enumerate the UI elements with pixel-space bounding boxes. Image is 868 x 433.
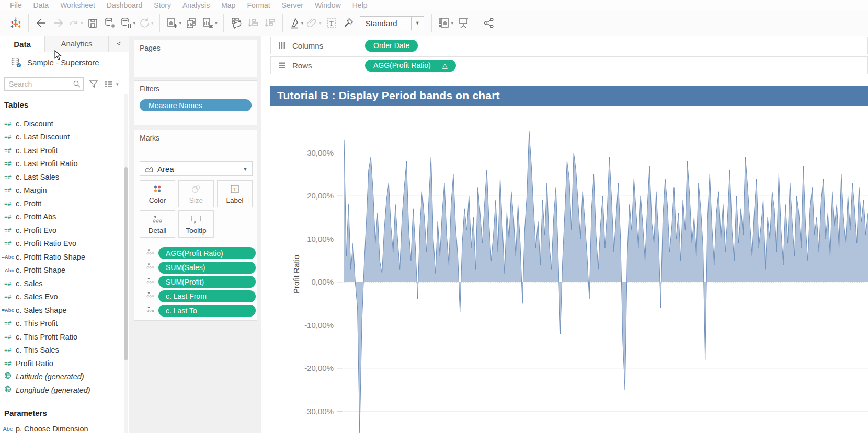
- parameter-item[interactable]: Abcp. Choose Dimension: [0, 422, 123, 433]
- rows-shelf[interactable]: Rows AGG(Profit Ratio)△: [270, 56, 868, 74]
- tooltip-button[interactable]: Tooltip: [178, 210, 214, 238]
- forward-button[interactable]: [51, 14, 65, 32]
- profit-ratio-area-chart[interactable]: 30,00%20,00%10,00%0,00%-10,00%-20,00%-30…: [267, 106, 868, 433]
- attach-caret-icon[interactable]: ▾: [319, 20, 322, 26]
- field-item[interactable]: =#c. Last Profit Ratio: [0, 157, 123, 171]
- field-item[interactable]: Latitude (generated): [0, 370, 123, 384]
- back-button[interactable]: [35, 14, 48, 32]
- view-options-caret-icon[interactable]: ▾: [116, 81, 119, 87]
- marks-pill[interactable]: AGG(Profit Ratio): [158, 247, 256, 259]
- marks-pill[interactable]: c. Last To: [158, 305, 256, 317]
- menu-item-data[interactable]: Data: [28, 1, 55, 9]
- field-item[interactable]: =#Profit Ratio: [0, 357, 123, 370]
- redo-caret-icon[interactable]: ▾: [81, 20, 83, 26]
- field-item[interactable]: =Abcc. Profit Ratio Shape: [0, 250, 123, 264]
- pill-detail-icon[interactable]: [146, 277, 155, 287]
- clear-sheet-button[interactable]: ▾: [201, 14, 218, 32]
- field-item[interactable]: =#c. Last Sales: [0, 170, 123, 184]
- pause-auto-updates-button[interactable]: ▾: [120, 14, 136, 32]
- field-item[interactable]: =#c. This Profit Ratio: [0, 330, 123, 344]
- tab-data[interactable]: Data: [0, 36, 45, 52]
- highlight-caret-icon[interactable]: ▾: [301, 20, 304, 26]
- field-item[interactable]: Longitude (generated): [0, 383, 123, 397]
- new-worksheet-caret-icon[interactable]: ▾: [179, 20, 182, 26]
- share-button[interactable]: [482, 14, 496, 32]
- field-item[interactable]: =#c. This Sales: [0, 344, 123, 357]
- menu-item-dashboard[interactable]: Dashboard: [101, 1, 149, 9]
- show-me-caret-icon[interactable]: ▾: [451, 20, 454, 26]
- pages-shelf[interactable]: Pages: [134, 40, 257, 77]
- filter-fields-icon[interactable]: [89, 79, 98, 89]
- field-item[interactable]: =#c. Discount: [0, 117, 123, 131]
- marks-pill[interactable]: c. Last From: [158, 290, 256, 302]
- sort-ascending-button[interactable]: [246, 14, 260, 32]
- filter-pill[interactable]: Measure Names: [140, 99, 252, 111]
- fit-select[interactable]: Standard ▼: [360, 16, 424, 30]
- pill-detail-icon[interactable]: [146, 306, 155, 316]
- clear-sheet-caret-icon[interactable]: ▾: [215, 20, 218, 26]
- pill-detail-icon[interactable]: [146, 248, 155, 259]
- view-options-icon[interactable]: ▾: [105, 80, 119, 88]
- save-button[interactable]: [86, 14, 100, 32]
- text-label-button[interactable]: T: [325, 14, 338, 32]
- highlight-button[interactable]: ▾: [289, 14, 304, 32]
- pill-detail-icon[interactable]: [146, 262, 155, 273]
- menu-item-server[interactable]: Server: [276, 1, 309, 9]
- menu-item-analysis[interactable]: Analysis: [177, 1, 215, 9]
- marks-pill[interactable]: SUM(Profit): [158, 276, 256, 288]
- search-box[interactable]: [4, 77, 84, 91]
- presentation-mode-button[interactable]: [456, 14, 470, 32]
- field-item[interactable]: =Abcc. Sales Shape: [0, 303, 123, 317]
- field-item[interactable]: =#c. Margin: [0, 184, 123, 197]
- fit-select-caret-icon[interactable]: ▼: [411, 17, 424, 30]
- datasource-row[interactable]: Sample - Superstore: [0, 52, 129, 73]
- collapse-pane-icon[interactable]: <: [109, 36, 129, 52]
- field-item[interactable]: =#c. Profit Evo: [0, 224, 123, 237]
- columns-pill[interactable]: Order Date: [365, 40, 418, 52]
- field-item[interactable]: =#c. This Profit: [0, 317, 123, 331]
- menu-item-format[interactable]: Format: [241, 1, 276, 9]
- mark-type-caret-icon[interactable]: ▼: [243, 166, 248, 172]
- duplicate-sheet-button[interactable]: [185, 14, 198, 32]
- pin-button[interactable]: [341, 14, 355, 32]
- field-item[interactable]: =#c. Last Discount: [0, 131, 123, 144]
- field-item[interactable]: =#c. Last Profit: [0, 144, 123, 157]
- menu-item-window[interactable]: Window: [309, 1, 347, 9]
- pause-caret-icon[interactable]: ▾: [133, 20, 136, 26]
- search-input[interactable]: [5, 78, 83, 90]
- redo-button[interactable]: ▾: [68, 14, 83, 32]
- size-button[interactable]: Size: [178, 180, 214, 207]
- toolbar-separator: [282, 14, 283, 32]
- field-item[interactable]: =Abcc. Profit Shape: [0, 264, 123, 277]
- field-item[interactable]: =#c. Profit Ratio Evo: [0, 237, 123, 251]
- marks-pill[interactable]: SUM(Sales): [158, 262, 256, 274]
- menu-item-file[interactable]: File: [4, 1, 28, 9]
- sort-descending-button[interactable]: [263, 14, 277, 32]
- attach-button[interactable]: ▾: [306, 14, 322, 32]
- menu-item-worksheet[interactable]: Worksheet: [54, 1, 101, 9]
- field-item[interactable]: =#c. Profit: [0, 197, 123, 210]
- field-item[interactable]: =#c. Sales: [0, 277, 123, 290]
- color-button[interactable]: Color: [140, 180, 175, 207]
- columns-shelf[interactable]: Columns Order Date: [270, 37, 868, 54]
- menu-item-help[interactable]: Help: [347, 1, 373, 9]
- show-me-button[interactable]: ▾: [438, 14, 454, 32]
- add-datasource-button[interactable]: [103, 14, 117, 32]
- new-worksheet-button[interactable]: ▾: [166, 14, 182, 32]
- mark-type-dropdown[interactable]: Area ▼: [140, 161, 253, 176]
- refresh-caret-icon[interactable]: ▾: [151, 20, 154, 26]
- refresh-button[interactable]: ▾: [139, 14, 154, 32]
- menu-item-story[interactable]: Story: [148, 1, 177, 9]
- field-item[interactable]: =#c. Profit Abs: [0, 210, 123, 224]
- detail-button[interactable]: Detail: [140, 210, 175, 238]
- pane-scrollbar-thumb[interactable]: [124, 167, 128, 360]
- rows-pill[interactable]: AGG(Profit Ratio)△: [365, 60, 456, 72]
- pane-scrollbar[interactable]: [124, 94, 128, 433]
- label-button[interactable]: T Label: [217, 180, 253, 207]
- swap-rows-columns-button[interactable]: [230, 14, 243, 32]
- marks-card[interactable]: Marks Area ▼ Color Size: [134, 130, 257, 321]
- pill-detail-icon[interactable]: [146, 291, 155, 301]
- filters-shelf[interactable]: Filters Measure Names: [134, 80, 257, 125]
- menu-item-map[interactable]: Map: [215, 1, 241, 9]
- field-item[interactable]: =#c. Sales Evo: [0, 290, 123, 304]
